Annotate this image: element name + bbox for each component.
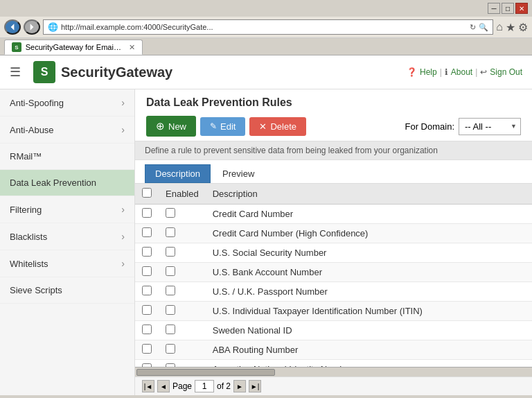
row-checkbox[interactable] (142, 247, 152, 257)
about-link[interactable]: About (451, 67, 472, 77)
chevron-right-icon: › (121, 231, 125, 242)
row-checkbox[interactable] (142, 286, 152, 295)
row-checkbox[interactable] (142, 305, 152, 315)
plus-icon: ⊕ (156, 120, 165, 132)
row-enabled-checkbox[interactable] (166, 208, 175, 218)
pagination: |◄ ◄ Page of 2 ► ►| (135, 377, 532, 395)
row-enabled-checkbox[interactable] (166, 247, 175, 257)
row-select-cell[interactable] (135, 360, 159, 367)
row-checkbox[interactable] (142, 266, 152, 276)
row-checkbox[interactable] (142, 344, 152, 354)
minimize-button[interactable]: ─ (488, 3, 500, 14)
back-button[interactable] (4, 19, 21, 35)
sidebar-item-label: Whitelists (10, 259, 48, 269)
tab-description[interactable]: Description (145, 164, 211, 183)
col-header-description: Description (206, 184, 532, 205)
table-row: U.S. Bank Account Number (135, 263, 532, 282)
maximize-button[interactable]: □ (502, 3, 514, 14)
row-select-cell[interactable] (135, 263, 159, 282)
sidebar-item-anti-abuse[interactable]: Anti-Abuse › (0, 116, 134, 144)
tab-label: SecurityGateway for Email ... (26, 43, 122, 51)
info-bar: Define a rule to prevent sensitive data … (135, 141, 532, 160)
table-row: U.S. Social Security Number (135, 243, 532, 263)
row-select-cell[interactable] (135, 302, 159, 321)
content-tabs-row: Description Preview (135, 160, 532, 184)
row-enabled-checkbox[interactable] (166, 266, 175, 276)
row-select-cell[interactable] (135, 205, 159, 224)
sidebar-item-blacklists[interactable]: Blacklists › (0, 223, 134, 250)
info-text: Define a rule to prevent sensitive data … (145, 146, 438, 155)
row-enabled-cell[interactable] (159, 302, 206, 321)
row-enabled-checkbox[interactable] (166, 305, 175, 315)
sidebar-item-label: Blacklists (10, 232, 47, 242)
first-page-button[interactable]: |◄ (142, 380, 154, 392)
row-enabled-cell[interactable] (159, 321, 206, 340)
horizontal-scrollbar[interactable] (135, 367, 532, 377)
prev-page-button[interactable]: ◄ (157, 380, 170, 392)
home-icon[interactable]: ⌂ (496, 21, 503, 33)
sidebar-item-anti-spoofing[interactable]: Anti-Spoofing › (0, 89, 134, 116)
content-area: Data Leak Prevention Rules ⊕ New ✎ Edit … (135, 89, 532, 395)
row-enabled-cell[interactable] (159, 205, 206, 224)
row-description-cell: U.S. Bank Account Number (206, 263, 532, 282)
close-button[interactable]: ✕ (515, 3, 528, 14)
logo-icon: S (33, 61, 55, 83)
sidebar-item-label: Anti-Spoofing (10, 98, 64, 108)
tab-preview-label: Preview (222, 168, 254, 179)
row-enabled-cell[interactable] (159, 263, 206, 282)
page-input[interactable] (195, 380, 214, 392)
sidebar: Anti-Spoofing › Anti-Abuse › RMail™ Data… (0, 89, 135, 395)
row-enabled-cell[interactable] (159, 224, 206, 243)
help-link[interactable]: Help (420, 67, 437, 77)
sidebar-item-rmail[interactable]: RMail™ (0, 144, 134, 170)
row-enabled-checkbox[interactable] (166, 227, 175, 237)
edit-button[interactable]: ✎ Edit (200, 117, 245, 136)
row-select-cell[interactable] (135, 224, 159, 243)
row-enabled-checkbox[interactable] (166, 325, 175, 334)
next-page-button[interactable]: ► (233, 380, 246, 392)
select-all-checkbox[interactable] (142, 188, 152, 198)
tab-bar: S SecurityGateway for Email ... ✕ (0, 38, 532, 55)
sidebar-item-sieve-scripts[interactable]: Sieve Scripts (0, 277, 134, 304)
delete-button[interactable]: ✕ Delete (249, 117, 306, 136)
row-select-cell[interactable] (135, 243, 159, 263)
gear-icon[interactable]: ⚙ (518, 21, 528, 34)
address-bar[interactable]: 🌐 http://mail.example.com:4000/SecurityG… (43, 19, 493, 35)
domain-select[interactable]: -- All -- (459, 118, 521, 135)
row-select-cell[interactable] (135, 321, 159, 340)
row-checkbox[interactable] (142, 325, 152, 334)
sidebar-item-whitelists[interactable]: Whitelists › (0, 250, 134, 277)
sign-out-link[interactable]: Sign Out (490, 67, 522, 77)
tab-preview[interactable]: Preview (212, 164, 265, 183)
sidebar-item-filtering[interactable]: Filtering › (0, 196, 134, 223)
star-icon[interactable]: ★ (506, 21, 515, 34)
row-enabled-cell[interactable] (159, 360, 206, 367)
row-enabled-checkbox[interactable] (166, 286, 175, 295)
new-button[interactable]: ⊕ New (146, 116, 196, 137)
scroll-thumb[interactable] (136, 369, 275, 376)
hamburger-icon[interactable]: ☰ (10, 64, 21, 80)
row-checkbox[interactable] (142, 208, 152, 218)
new-button-label: New (168, 121, 186, 132)
rules-table: Enabled Description Credit Card Number C… (135, 184, 532, 367)
row-enabled-cell[interactable] (159, 243, 206, 263)
tab-close-button[interactable]: ✕ (129, 43, 135, 52)
row-select-cell[interactable] (135, 340, 159, 360)
row-enabled-checkbox[interactable] (166, 344, 175, 354)
row-enabled-cell[interactable] (159, 340, 206, 360)
refresh-icon[interactable]: ↻ (470, 23, 476, 32)
last-page-button[interactable]: ►| (249, 380, 261, 392)
row-select-cell[interactable] (135, 282, 159, 302)
row-enabled-cell[interactable] (159, 282, 206, 302)
page-title: Data Leak Prevention Rules (146, 96, 521, 109)
table-container[interactable]: Enabled Description Credit Card Number C… (135, 184, 532, 367)
address-text: http://mail.example.com:4000/SecurityGat… (61, 23, 467, 31)
col-header-enabled: Enabled (159, 184, 206, 205)
table-row: Credit Card Number (High Confidence) (135, 224, 532, 243)
sidebar-item-data-leak-prevention[interactable]: Data Leak Prevention (0, 170, 134, 196)
nav-bar: 🌐 http://mail.example.com:4000/SecurityG… (0, 17, 532, 38)
logo-text: SecurityGateway (61, 64, 172, 80)
forward-button[interactable] (24, 19, 40, 35)
tab-main[interactable]: S SecurityGateway for Email ... ✕ (4, 40, 143, 55)
row-checkbox[interactable] (142, 227, 152, 237)
